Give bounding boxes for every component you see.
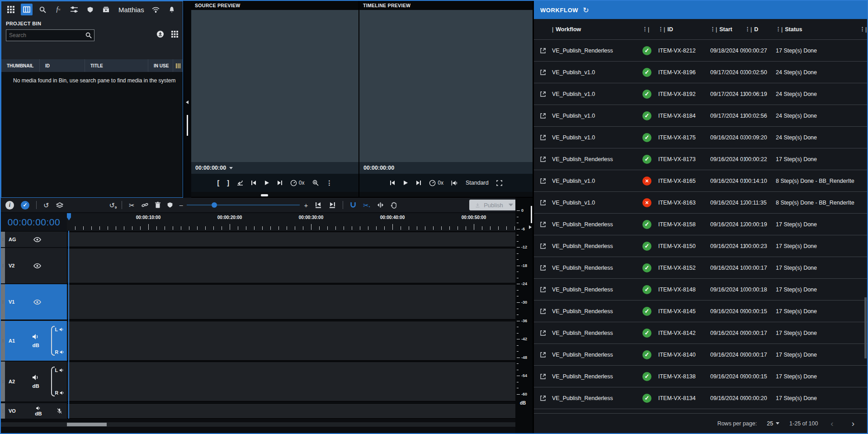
workflow-row[interactable]: VE_Publish_Renderless✓ITEM-VX-815809/16/… bbox=[534, 214, 867, 235]
channel-r[interactable]: R bbox=[55, 349, 65, 355]
shield-icon[interactable] bbox=[84, 4, 96, 15]
open-workflow-icon[interactable] bbox=[539, 351, 547, 358]
bin-column-inuse[interactable]: IN USE bbox=[148, 59, 173, 72]
skip-back-icon[interactable] bbox=[251, 180, 256, 186]
eye-icon[interactable] bbox=[33, 263, 42, 269]
skip-back-icon[interactable] bbox=[390, 180, 395, 186]
open-workflow-icon[interactable] bbox=[539, 69, 547, 76]
workflow-row[interactable]: VE_Publish_Renderless✓ITEM-VX-814809/16/… bbox=[534, 279, 867, 300]
bin-column-thumbnail[interactable]: THUMBNAIL bbox=[1, 59, 40, 72]
workflow-row[interactable]: VE_Publish_v1.0✓ITEM-VX-819209/17/2024 1… bbox=[534, 83, 867, 105]
timeline-timecode[interactable]: 00:00:00:00 bbox=[1, 213, 67, 231]
column-state[interactable]: ⋮| bbox=[636, 26, 658, 33]
speaker-icon[interactable] bbox=[32, 374, 39, 381]
zoom-in-icon[interactable] bbox=[312, 180, 319, 186]
snap-magnet-icon[interactable] bbox=[350, 202, 356, 208]
open-workflow-icon[interactable] bbox=[539, 286, 547, 293]
apps-grid-icon[interactable] bbox=[5, 4, 17, 15]
track-header-v2[interactable]: ⋮V2 bbox=[1, 248, 67, 283]
marker-icon[interactable] bbox=[167, 202, 173, 208]
workflow-row[interactable]: VE_Publish_v1.0×ITEM-VX-816509/16/2024 0… bbox=[534, 170, 867, 192]
speaker-icon[interactable] bbox=[32, 334, 39, 340]
previous-page-icon[interactable]: ‹ bbox=[828, 419, 836, 428]
search-field[interactable] bbox=[6, 29, 94, 41]
collapse-left-icon[interactable] bbox=[186, 100, 189, 104]
track-lane-a1[interactable] bbox=[67, 321, 515, 361]
zoom-out-icon[interactable]: – bbox=[179, 201, 183, 209]
expand-right-icon[interactable] bbox=[529, 225, 532, 229]
info-icon[interactable]: i bbox=[5, 201, 14, 210]
open-workflow-icon[interactable] bbox=[539, 264, 547, 272]
open-workflow-icon[interactable] bbox=[539, 47, 547, 54]
track-lane-v2[interactable] bbox=[67, 248, 515, 283]
channel-l[interactable]: L bbox=[55, 327, 65, 332]
username-label[interactable]: Matthias bbox=[118, 6, 144, 14]
workflow-row[interactable]: VE_Publish_v1.0✓ITEM-VX-819609/17/2024 0… bbox=[534, 62, 867, 83]
audio-monitor-icon[interactable] bbox=[451, 180, 458, 186]
quality-selector[interactable]: Standard bbox=[466, 180, 489, 186]
effects-icon[interactable]: f≈ bbox=[52, 4, 64, 15]
notifications-bell-icon[interactable] bbox=[166, 4, 178, 15]
source-timecode[interactable]: 00:00:00:00 bbox=[195, 165, 226, 171]
workflow-row[interactable]: VE_Publish_Renderless✓ITEM-VX-821209/18/… bbox=[534, 40, 867, 62]
db-toggle[interactable]: dB bbox=[35, 411, 42, 416]
wifi-icon[interactable] bbox=[150, 4, 162, 15]
channel-r[interactable]: R bbox=[55, 390, 65, 396]
skip-forward-icon[interactable] bbox=[277, 180, 283, 186]
workflow-row[interactable]: VE_Publish_Renderless✓ITEM-VX-814209/16/… bbox=[534, 322, 867, 344]
open-workflow-icon[interactable] bbox=[539, 134, 547, 141]
next-edit-icon[interactable] bbox=[329, 202, 336, 208]
mark-in-icon[interactable]: [ bbox=[217, 179, 219, 186]
open-workflow-icon[interactable] bbox=[539, 373, 547, 380]
workflow-row[interactable]: VE_Publish_Renderless✓ITEM-VX-814009/16/… bbox=[534, 344, 867, 366]
panel-resize-handle[interactable] bbox=[261, 194, 268, 196]
open-workflow-icon[interactable] bbox=[539, 199, 547, 206]
zoom-slider-thumb[interactable] bbox=[212, 202, 217, 208]
razor-icon[interactable]: ✂▪ bbox=[363, 202, 370, 209]
zoom-in-icon[interactable]: + bbox=[304, 201, 308, 209]
trim-icon[interactable] bbox=[377, 202, 384, 208]
column-duration[interactable]: ⋮|D bbox=[745, 26, 776, 33]
open-workflow-icon[interactable] bbox=[539, 156, 547, 163]
link-icon[interactable] bbox=[142, 202, 148, 208]
open-workflow-icon[interactable] bbox=[539, 329, 547, 337]
track-lane-vo[interactable] bbox=[67, 403, 515, 419]
column-workflow[interactable]: |Workflow bbox=[552, 26, 636, 33]
track-lane-ag[interactable] bbox=[67, 232, 515, 247]
workflow-row[interactable]: VE_Publish_v1.0✓ITEM-VX-818409/17/2024 1… bbox=[534, 105, 867, 127]
mark-out-icon[interactable]: ] bbox=[227, 179, 229, 186]
open-workflow-icon[interactable] bbox=[539, 221, 547, 228]
speed-gauge-icon[interactable]: 0x bbox=[290, 180, 305, 186]
more-options-icon[interactable]: ⋮ bbox=[326, 179, 333, 186]
track-lane-v1[interactable] bbox=[67, 284, 515, 320]
track-drag-handle[interactable]: ⋮ bbox=[1, 284, 5, 320]
speed-gauge-icon[interactable]: 0x bbox=[429, 180, 443, 186]
open-workflow-icon[interactable] bbox=[539, 395, 547, 402]
export-box-icon[interactable] bbox=[100, 4, 112, 15]
mic-muted-icon[interactable] bbox=[57, 408, 62, 414]
track-drag-handle[interactable]: ⋮ bbox=[1, 248, 5, 283]
workflow-row[interactable]: VE_Publish_Renderless✓ITEM-VX-815209/16/… bbox=[534, 257, 867, 279]
next-page-icon[interactable]: › bbox=[849, 419, 857, 428]
audio-mixer-icon[interactable] bbox=[68, 4, 80, 15]
bin-column-id[interactable]: ID bbox=[40, 59, 85, 72]
workflow-row[interactable]: VE_Publish_Renderless✓ITEM-VX-814509/16/… bbox=[534, 300, 867, 322]
track-lane-a2[interactable] bbox=[67, 362, 515, 401]
workflow-scrollbar-thumb[interactable] bbox=[864, 297, 867, 358]
workflow-row[interactable]: VE_Publish_Renderless✓ITEM-VX-815009/16/… bbox=[534, 235, 867, 257]
publish-button[interactable]: Publish bbox=[469, 200, 519, 210]
timeline-vertical-scrollbar[interactable] bbox=[531, 206, 532, 223]
refresh-icon[interactable]: ↻ bbox=[583, 6, 589, 14]
previous-edit-icon[interactable] bbox=[315, 202, 322, 208]
undo-history-icon[interactable]: ↺9 bbox=[109, 202, 115, 209]
db-toggle[interactable]: dB bbox=[33, 383, 39, 389]
track-header-a1[interactable]: ⋮A1dBL R bbox=[1, 321, 67, 361]
workflow-row[interactable]: VE_Publish_Renderless✓ITEM-VX-817309/16/… bbox=[534, 148, 867, 170]
play-icon[interactable] bbox=[264, 180, 269, 186]
timeline-horizontal-scrollbar[interactable] bbox=[1, 422, 515, 427]
eye-icon[interactable] bbox=[33, 237, 42, 243]
skip-forward-icon[interactable] bbox=[416, 180, 421, 186]
workflow-row[interactable]: VE_Publish_v1.0✓ITEM-VX-817509/16/2024 0… bbox=[534, 127, 867, 148]
track-header-vo[interactable]: ⋮VOdB bbox=[1, 403, 67, 419]
search-icon[interactable] bbox=[37, 4, 48, 15]
